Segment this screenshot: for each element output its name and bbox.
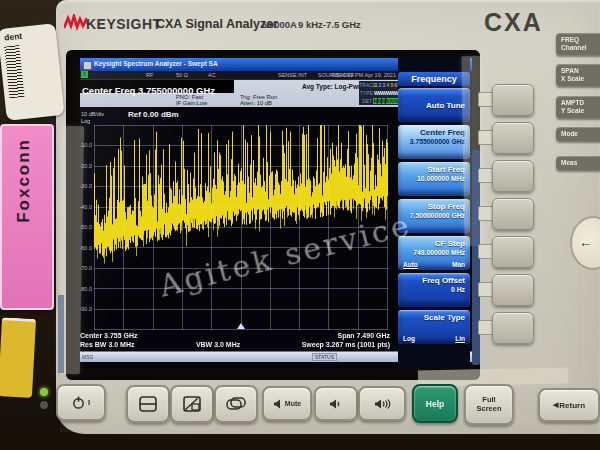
softkey-hardware-button[interactable] [492, 236, 534, 268]
softkey-center-freq[interactable]: Center Freq3.755000000 GHz [398, 125, 470, 159]
volume-up-button[interactable] [358, 386, 406, 421]
softkey-hardware-button[interactable] [492, 312, 534, 344]
softkey-hardware-button[interactable] [492, 274, 534, 306]
panel-key-label: Mode [561, 130, 600, 138]
continuous-measure-indicator: X [81, 71, 88, 78]
toggle-option-left[interactable]: Auto [403, 261, 418, 268]
center-freq-readout: Center Freq 3.755000000 GHz [80, 80, 234, 93]
power-button[interactable]: I [56, 384, 106, 421]
power-icon [72, 396, 85, 409]
panel-key-freq-channel[interactable]: FREQChannel [556, 33, 600, 55]
settings-status-row: X RF 50 Ω AC SENSE:INT SOURCE:OFF 08:46:… [80, 71, 398, 80]
cascade-window-icon [226, 396, 246, 412]
softkey-hardware-button[interactable] [492, 122, 534, 154]
measurement-bar: Center Freq 3.755000000 GHz PNO: Fast IF… [80, 80, 398, 107]
window-zoom-button[interactable] [170, 385, 214, 423]
softkey-label: Freq Offset [403, 276, 465, 285]
trace-table-row: TRACE123456 [359, 81, 398, 89]
panel-key-label: AMPTD [561, 99, 600, 107]
sense-label: SENSE:INT [278, 72, 307, 78]
footer-vbw: VBW 3.0 MHz [196, 341, 240, 350]
inventory-sticker-text: dent [4, 31, 23, 43]
function-key-column: FREQChannelSPANX ScaleAMPTDY ScaleModeMe… [556, 0, 600, 380]
softkey-hardware-button[interactable] [492, 198, 534, 230]
spectrum-plot [94, 125, 388, 330]
product-name: CXA Signal Analyzer [156, 17, 278, 31]
keysight-logo-icon [64, 14, 88, 32]
softkey-scale-type[interactable]: Scale TypeLogLin [398, 310, 470, 344]
softkey-label: Auto Tune [426, 101, 465, 110]
panel-key-span-x-scale[interactable]: SPANX Scale [556, 64, 600, 86]
panel-key-label: X Scale [561, 75, 600, 83]
mute-button[interactable]: Mute [262, 386, 312, 421]
volume-high-icon [374, 398, 391, 410]
help-button[interactable]: Help [412, 384, 458, 423]
softkey-value: 749.000000 MHz [403, 249, 465, 256]
softkey-start-freq[interactable]: Start Freq10.000000 MHz [398, 162, 470, 196]
return-label: Return [559, 401, 585, 410]
panel-key-label: Meas [561, 159, 600, 167]
bottom-key-row: I Mute [0, 382, 600, 430]
mute-label: Mute [285, 400, 301, 407]
coupling-label: AC [208, 72, 216, 78]
panel-key-label: FREQ [561, 36, 600, 44]
softkey-hardware-button[interactable] [492, 160, 534, 192]
panel-key-mode[interactable]: Mode [556, 127, 600, 141]
speaker-icon [273, 399, 282, 409]
softkey-value: 7.500000000 GHz [403, 212, 465, 219]
softkey-label: Center Freq [403, 128, 465, 137]
window-next-button[interactable] [214, 385, 258, 423]
softkey-label: Stop Freq [403, 202, 465, 211]
ref-level-label: Ref 0.00 dBm [128, 110, 179, 119]
panel-key-meas[interactable]: Meas [556, 156, 600, 170]
annotation-footer: Center 3.755 GHz Span 7.490 GHz Res BW 3… [80, 332, 390, 350]
volume-down-button[interactable] [314, 386, 358, 421]
softkey-toggle: LogLin [403, 335, 465, 342]
status-label: STATUS [312, 353, 337, 361]
full-screen-label: Full Screen [473, 396, 505, 413]
trace-table-label: TRACE [359, 82, 374, 88]
blue-edge-left [58, 295, 64, 373]
trace-table: TRACE123456TYPEWWWWWWDETNNNNNN [359, 81, 398, 105]
center-freq-marker-icon [237, 323, 245, 329]
if-gain-label: IF Gain:Low [176, 100, 207, 106]
bench-surface [0, 432, 600, 450]
softkey-hardware-button[interactable] [492, 84, 534, 116]
softkey-freq-offset[interactable]: Freq Offset0 Hz [398, 273, 470, 307]
panel-key-amptd-y-scale[interactable]: AMPTDY Scale [556, 96, 600, 118]
inventory-sticker: dent [0, 23, 65, 121]
softkey-value: 10.000000 MHz [403, 175, 465, 182]
standby-led [40, 401, 48, 409]
softkey-stop-freq[interactable]: Stop Freq7.500000000 GHz [398, 199, 470, 233]
header-band: KEYSIGHT CXA Signal Analyzer N9000A 9 kH… [60, 8, 600, 46]
trace-table-label: TYPE [359, 90, 374, 96]
atten-label: Atten: 10 dB [240, 100, 272, 106]
window-split-button[interactable] [126, 385, 170, 423]
softkey-list: Auto TuneCenter Freq3.755000000 GHzStart… [398, 88, 470, 347]
y-axis-label: -80.0 [80, 286, 92, 292]
trace-table-row: DETNNNNNN [359, 97, 398, 105]
help-label: Help [426, 399, 444, 409]
toggle-option-left[interactable]: Log [403, 335, 415, 342]
toggle-option-right[interactable]: Lin [455, 335, 465, 342]
frequency-range: 9 kHz-7.5 GHz [298, 19, 361, 30]
power-on-label: I [88, 398, 90, 407]
footer-center: Center 3.755 GHz [80, 332, 138, 341]
softkey-cf-step[interactable]: CF Step749.000000 MHzAutoMan [398, 236, 470, 270]
softkey-menu: Frequency Auto TuneCenter Freq3.75500000… [398, 58, 470, 368]
brand-text: KEYSIGHT [86, 16, 162, 32]
trace-table-row: TYPEWWWWWW [359, 89, 398, 97]
return-button[interactable]: ◀ Return [538, 388, 600, 422]
trace-table-label: DET [359, 98, 373, 104]
softkey-label: Start Freq [403, 165, 465, 174]
softkey-label: Scale Type [403, 313, 465, 322]
softkey-auto-tune[interactable]: Auto Tune [398, 88, 470, 122]
lcd-screen: Keysight Spectrum Analyzer - Swept SA – … [80, 58, 472, 368]
cxa-badge: CXA [484, 8, 543, 37]
footer-rbw: Res BW 3.0 MHz [80, 341, 134, 350]
menu-header: Frequency [398, 72, 470, 86]
softkey-value: 3.755000000 GHz [403, 138, 465, 145]
y-axis-label: -90.0 [80, 306, 92, 312]
full-screen-button[interactable]: Full Screen [464, 384, 514, 425]
toggle-option-right[interactable]: Man [452, 261, 465, 268]
